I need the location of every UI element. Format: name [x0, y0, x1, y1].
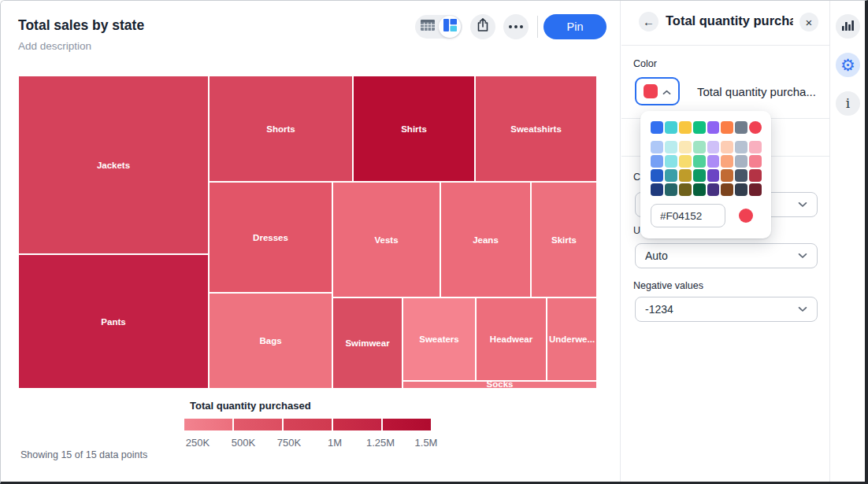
treemap-tile[interactable]: Shirts	[353, 76, 475, 182]
palette-swatch[interactable]	[721, 155, 733, 168]
legend-tick: 1M	[328, 437, 342, 449]
palette-swatch[interactable]	[693, 169, 706, 182]
palette-swatch[interactable]	[707, 141, 720, 153]
palette-swatch[interactable]	[749, 155, 762, 168]
page-title[interactable]: Total sales by state	[18, 17, 144, 34]
more-options-button[interactable]	[503, 14, 529, 39]
panel-title: Total quantity purcha	[666, 13, 793, 28]
legend-title: Total quantity purchased	[190, 400, 431, 412]
palette-grid	[651, 121, 762, 196]
app-window: Total sales by state Add description	[0, 0, 868, 484]
palette-swatch[interactable]	[665, 141, 677, 153]
format-settings-button[interactable]: ⚙	[836, 53, 860, 77]
palette-swatch[interactable]	[735, 121, 747, 134]
data-points-status: Showing 15 of 15 data points	[20, 449, 147, 460]
palette-swatch[interactable]	[665, 155, 677, 168]
palette-swatch[interactable]	[707, 121, 720, 134]
tile-label: Pants	[101, 317, 125, 327]
treemap-tile[interactable]: Socks	[402, 381, 597, 389]
add-description[interactable]: Add description	[18, 40, 91, 52]
legend-tick: 1.5M	[415, 437, 438, 449]
palette-swatch[interactable]	[665, 169, 677, 182]
treemap-tile[interactable]: Sweatshirts	[475, 76, 597, 182]
legend-tick: 750K	[277, 437, 301, 449]
negative-values-value: -1234	[645, 303, 673, 316]
treemap-tile[interactable]: Pants	[18, 254, 209, 389]
format-auto-select[interactable]: Auto	[635, 243, 818, 268]
palette-swatch[interactable]	[707, 155, 720, 168]
pin-button[interactable]: Pin	[543, 14, 606, 39]
treemap-tile[interactable]: Dresses	[209, 182, 332, 293]
hex-input[interactable]	[651, 204, 725, 227]
palette-swatch[interactable]	[651, 121, 663, 134]
palette-row	[651, 155, 762, 168]
palette-swatch[interactable]	[735, 141, 747, 153]
palette-swatch[interactable]	[679, 155, 692, 168]
palette-swatch[interactable]	[679, 183, 692, 196]
legend-tick: 500K	[232, 437, 255, 449]
palette-swatch[interactable]	[651, 169, 663, 182]
treemap-tile[interactable]: Headwear	[476, 297, 547, 381]
palette-swatch[interactable]	[721, 141, 733, 153]
format-auto-value: Auto	[645, 249, 668, 262]
legend-color-scale	[184, 419, 431, 430]
palette-row	[651, 169, 762, 182]
palette-swatch[interactable]	[679, 141, 692, 153]
treemap-tile[interactable]: Jackets	[18, 76, 209, 254]
palette-swatch[interactable]	[707, 183, 720, 196]
table-view-button[interactable]	[417, 16, 439, 38]
treemap-tile[interactable]: Swimwear	[332, 297, 402, 389]
palette-swatch[interactable]	[651, 155, 663, 168]
palette-swatch[interactable]	[693, 121, 706, 134]
palette-swatch[interactable]	[749, 121, 762, 134]
treemap-tile[interactable]: Sweaters	[402, 297, 476, 381]
palette-swatch[interactable]	[679, 169, 692, 182]
treemap-view-button[interactable]	[439, 16, 461, 38]
palette-swatch[interactable]	[693, 141, 706, 153]
back-button[interactable]: ←	[639, 12, 658, 31]
bar-chart-icon	[842, 20, 854, 34]
palette-swatch[interactable]	[735, 183, 747, 196]
treemap-tile[interactable]: Bags	[209, 293, 332, 389]
palette-swatch[interactable]	[749, 183, 762, 196]
tile-label: Swimwear	[345, 338, 389, 348]
color-swatch-button[interactable]	[635, 77, 680, 105]
palette-row	[651, 183, 762, 196]
current-color-swatch	[644, 84, 658, 98]
tile-label: Sweaters	[419, 334, 459, 344]
palette-swatch[interactable]	[735, 169, 747, 182]
palette-swatch[interactable]	[651, 183, 663, 196]
palette-swatch[interactable]	[707, 169, 720, 182]
palette-swatch[interactable]	[693, 155, 706, 168]
treemap-tile[interactable]: Shorts	[209, 76, 353, 182]
palette-swatch[interactable]	[749, 141, 762, 153]
right-icon-rail: ⚙ i	[829, 1, 866, 482]
legend-segment	[284, 419, 332, 430]
treemap-tile[interactable]: Underwe...	[547, 297, 597, 381]
palette-swatch[interactable]	[721, 121, 733, 134]
palette-swatch[interactable]	[721, 183, 733, 196]
treemap-tile[interactable]: Skirts	[531, 182, 597, 297]
chart-properties-button[interactable]	[836, 14, 860, 39]
treemap-tile[interactable]: Vests	[332, 182, 440, 297]
negative-values-select[interactable]: -1234	[635, 297, 818, 322]
palette-swatch[interactable]	[735, 155, 747, 168]
tile-label: Shirts	[401, 124, 427, 134]
close-panel-button[interactable]: ×	[799, 13, 818, 31]
palette-swatch[interactable]	[693, 183, 706, 196]
palette-swatch[interactable]	[721, 169, 733, 182]
close-icon: ×	[806, 16, 813, 29]
share-button[interactable]	[470, 14, 495, 39]
legend: Total quantity purchased 250K500K750K1M1…	[184, 400, 431, 449]
palette-swatch[interactable]	[665, 183, 677, 196]
share-icon	[477, 18, 489, 35]
palette-swatch[interactable]	[679, 121, 692, 134]
negative-values-label: Negative values	[633, 280, 703, 291]
treemap-tile[interactable]: Jeans	[440, 182, 531, 297]
palette-swatch[interactable]	[749, 169, 762, 182]
color-section-label: Color	[633, 58, 657, 69]
info-button[interactable]: i	[836, 91, 860, 116]
palette-swatch[interactable]	[665, 121, 677, 134]
palette-swatch[interactable]	[651, 141, 663, 153]
format-panel: ← Total quantity purcha × Color Total qu…	[621, 1, 829, 482]
